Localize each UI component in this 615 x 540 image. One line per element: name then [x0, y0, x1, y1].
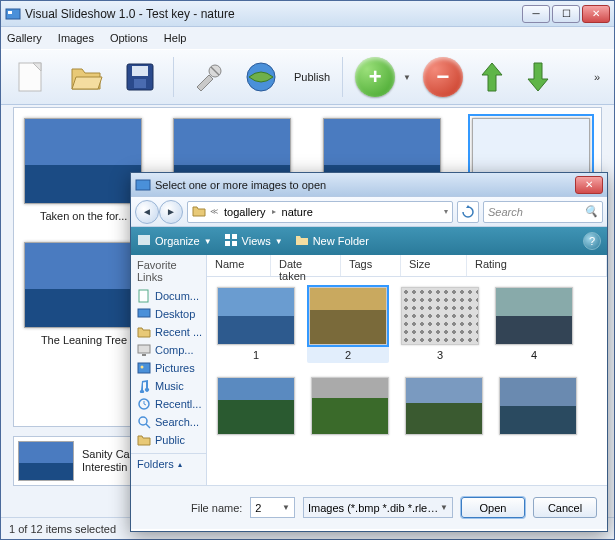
col-name[interactable]: Name [207, 255, 271, 276]
fav-recently-changed[interactable]: Recentl... [131, 395, 206, 413]
file-image [405, 377, 483, 435]
organize-button[interactable]: Organize ▼ [137, 233, 212, 249]
search-placeholder: Search [488, 206, 523, 218]
menu-gallery[interactable]: Gallery [7, 32, 42, 44]
fav-pictures[interactable]: Pictures [131, 359, 206, 377]
col-date[interactable]: Date taken [271, 255, 341, 276]
detail-line1: Sanity Ca [82, 448, 130, 461]
file-thumb-selected[interactable]: 2 [307, 285, 389, 363]
cancel-button[interactable]: Cancel [533, 497, 597, 518]
filename-label: File name: [191, 502, 242, 514]
file-image [499, 377, 577, 435]
menu-images[interactable]: Images [58, 32, 94, 44]
caret-down-icon: ▼ [275, 237, 283, 246]
remove-image-button[interactable]: − [423, 57, 463, 97]
dialog-titlebar: Select one or more images to open ✕ [131, 173, 607, 197]
new-gallery-button[interactable] [11, 56, 53, 98]
col-size[interactable]: Size [401, 255, 467, 276]
dialog-close-button[interactable]: ✕ [575, 176, 603, 194]
close-button[interactable]: ✕ [582, 5, 610, 23]
col-rating[interactable]: Rating [467, 255, 607, 276]
menu-options[interactable]: Options [110, 32, 148, 44]
organize-icon [137, 233, 151, 249]
publish-label: Publish [294, 71, 330, 83]
file-image [217, 377, 295, 435]
publish-button[interactable] [240, 56, 282, 98]
filename-input[interactable]: 2 ▼ [250, 497, 295, 518]
open-gallery-button[interactable] [65, 56, 107, 98]
fav-recent-places[interactable]: Recent ... [131, 323, 206, 341]
open-button[interactable]: Open [461, 497, 525, 518]
file-thumb[interactable] [215, 377, 297, 439]
fav-computer[interactable]: Comp... [131, 341, 206, 359]
views-icon [224, 233, 238, 249]
help-button[interactable]: ? [583, 232, 601, 250]
nav-forward-button[interactable]: ► [159, 200, 183, 224]
file-thumb[interactable] [309, 377, 391, 439]
search-input[interactable]: Search 🔍 [483, 201, 603, 223]
menu-help[interactable]: Help [164, 32, 187, 44]
breadcrumb-dropdown[interactable]: ▾ [444, 207, 448, 216]
breadcrumb-seg[interactable]: nature [280, 206, 315, 218]
breadcrumb[interactable]: ≪ togallery ▸ nature ▾ [187, 201, 453, 223]
svg-rect-15 [138, 309, 150, 317]
desktop-icon [137, 307, 151, 321]
maximize-button[interactable]: ☐ [552, 5, 580, 23]
folders-toggle[interactable]: Folders▴ [131, 453, 206, 474]
col-tags[interactable]: Tags [341, 255, 401, 276]
public-icon [137, 433, 151, 447]
chevron-up-icon: ▴ [178, 460, 182, 469]
fav-public[interactable]: Public [131, 431, 206, 449]
fav-music[interactable]: Music [131, 377, 206, 395]
gallery-thumb[interactable]: The Leaning Tree [24, 242, 144, 346]
dialog-body: Favorite Links Docum... Desktop Recent .… [131, 255, 607, 485]
save-button[interactable] [119, 56, 161, 98]
svg-rect-16 [138, 345, 150, 353]
file-image [495, 287, 573, 345]
file-thumb[interactable] [403, 377, 485, 439]
fav-searches[interactable]: Search... [131, 413, 206, 431]
minimize-button[interactable]: ─ [522, 5, 550, 23]
move-up-button[interactable] [475, 57, 509, 97]
views-button[interactable]: Views ▼ [224, 233, 283, 249]
file-thumb[interactable] [497, 377, 579, 439]
file-thumb[interactable]: 1 [215, 287, 297, 361]
thumb-image [24, 242, 142, 328]
gallery-thumb[interactable]: Taken on the for... [24, 118, 143, 222]
file-image [311, 377, 389, 435]
filter-select[interactable]: Images (*.bmp *.dib *.rle *.jpg * ▼ [303, 497, 453, 518]
svg-rect-9 [138, 235, 150, 245]
file-label: 4 [493, 349, 575, 361]
caret-down-icon: ▼ [204, 237, 212, 246]
chevron-icon: ≪ [210, 207, 218, 216]
file-image [309, 287, 387, 345]
menubar: Gallery Images Options Help [1, 27, 614, 49]
svg-point-21 [139, 417, 147, 425]
nav-back-button[interactable]: ◄ [135, 200, 159, 224]
caret-down-icon: ▼ [282, 503, 290, 512]
svg-rect-17 [142, 354, 146, 356]
chevron-icon: ▸ [272, 207, 276, 216]
thumb-image [24, 118, 142, 204]
breadcrumb-seg[interactable]: togallery [222, 206, 268, 218]
fav-desktop[interactable]: Desktop [131, 305, 206, 323]
filename-value: 2 [255, 502, 261, 514]
computer-icon [137, 343, 151, 357]
file-image [217, 287, 295, 345]
refresh-button[interactable] [457, 201, 479, 223]
file-thumb[interactable]: 4 [493, 287, 575, 361]
move-down-button[interactable] [521, 57, 555, 97]
newfolder-button[interactable]: New Folder [295, 233, 369, 249]
dialog-icon [135, 177, 151, 193]
add-dropdown-caret[interactable]: ▼ [403, 73, 411, 82]
toolbar-overflow[interactable]: » [590, 71, 604, 83]
thumb-caption: Taken on the for... [24, 210, 143, 222]
recently-icon [137, 397, 151, 411]
add-image-button[interactable]: + [355, 57, 395, 97]
file-thumb[interactable]: 3 [399, 287, 481, 361]
file-label: 2 [309, 349, 387, 361]
settings-button[interactable] [186, 56, 228, 98]
status-selected: 1 of 12 items selected [9, 523, 116, 535]
fav-documents[interactable]: Docum... [131, 287, 206, 305]
main-title: Visual Slideshow 1.0 - Test key - nature [25, 7, 522, 21]
